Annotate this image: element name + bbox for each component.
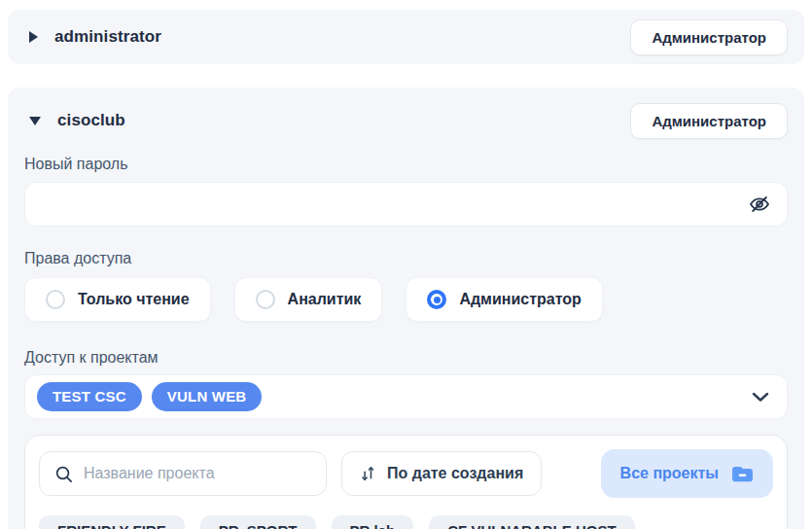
sort-arrows-icon (360, 465, 376, 482)
sort-label: По дате создания (387, 465, 523, 482)
caret-right-icon[interactable] (29, 31, 38, 43)
projects-toolbar: По дате создания Все проекты (39, 449, 773, 498)
new-password-label: Новый пароль (24, 156, 788, 173)
radio-selected-icon (427, 290, 446, 309)
role-badge-administrator[interactable]: Администратор (630, 19, 788, 55)
user-row-cisoclub[interactable]: cisoclub Администратор (24, 99, 788, 142)
all-projects-button[interactable]: Все проекты (601, 449, 773, 498)
radio-option-analyst[interactable]: Аналитик (234, 277, 383, 322)
user-name-administrator: administrator (54, 27, 161, 47)
user-management-panel: administrator Администратор cisoclub Адм… (0, 10, 812, 529)
user-card-cisoclub: cisoclub Администратор Новый пароль Прав… (8, 88, 804, 529)
folder-icon (731, 465, 754, 483)
sort-button[interactable]: По дате создания (341, 451, 542, 496)
project-tag[interactable]: FRIENDLY FIRE (39, 515, 185, 529)
new-password-field[interactable] (24, 182, 788, 227)
caret-down-icon[interactable] (29, 117, 41, 125)
radio-unselected-icon (46, 290, 65, 309)
projects-multiselect[interactable]: TEST CSC VULN WEB (24, 374, 788, 419)
eye-off-icon[interactable] (748, 193, 771, 216)
chevron-down-icon[interactable] (752, 392, 769, 403)
role-badge-cisoclub[interactable]: Администратор (630, 103, 788, 139)
radio-option-admin[interactable]: Администратор (406, 277, 602, 322)
user-row-administrator[interactable]: administrator Администратор (8, 10, 804, 64)
projects-dropdown-panel: По дате создания Все проекты FRIENDLY FI… (24, 435, 788, 529)
access-rights-label: Права доступа (24, 250, 788, 267)
search-icon (54, 465, 73, 483)
radio-unselected-icon (256, 290, 275, 309)
radio-label: Аналитик (288, 291, 362, 308)
project-tags-row: FRIENDLY FIRE PR. SPORT PR.lab CF VULNAR… (39, 515, 773, 529)
user-name-cisoclub: cisoclub (57, 111, 125, 130)
all-projects-label: Все проекты (620, 465, 719, 482)
selected-project-tag[interactable]: VULN WEB (152, 382, 263, 411)
access-rights-group: Только чтение Аналитик Администратор (24, 277, 788, 322)
selected-project-tag[interactable]: TEST CSC (37, 382, 142, 411)
project-tag[interactable]: PR. SPORT (200, 515, 316, 529)
new-password-input[interactable] (41, 195, 748, 213)
project-tag[interactable]: PR.lab (332, 515, 414, 529)
project-search-field[interactable] (39, 451, 327, 496)
radio-option-readonly[interactable]: Только чтение (24, 277, 211, 322)
radio-label: Только чтение (78, 291, 190, 308)
project-tag[interactable]: CF VULNARABLE HOST (429, 515, 634, 529)
project-search-input[interactable] (84, 465, 311, 482)
projects-access-label: Доступ к проектам (24, 349, 788, 367)
radio-label: Администратор (459, 291, 581, 308)
